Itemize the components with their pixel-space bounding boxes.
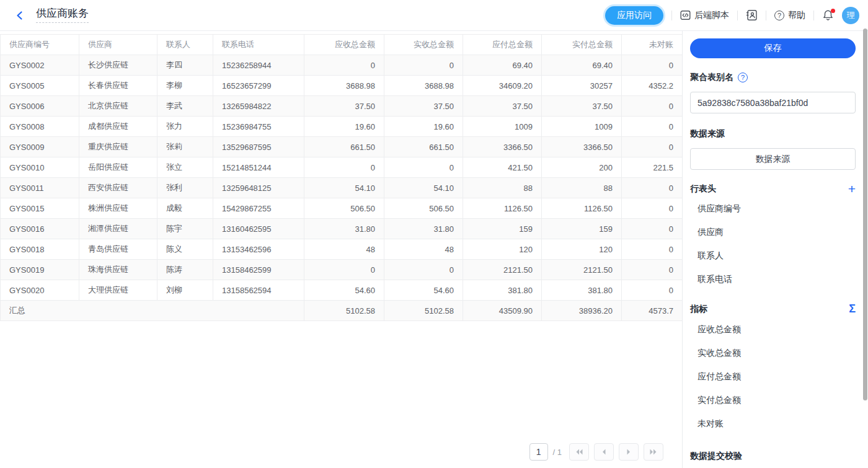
- address-book-icon: [746, 9, 758, 21]
- table-cell: GYS0020: [1, 280, 79, 301]
- metric-item[interactable]: 实付总金额: [690, 389, 856, 412]
- save-button[interactable]: 保存: [690, 38, 856, 58]
- app-access-button[interactable]: 应用访问: [605, 6, 663, 25]
- double-chevron-right-icon: [649, 448, 658, 456]
- table-row: GYS0020大理供应链刘柳1315856259454.6054.60381.8…: [1, 280, 683, 301]
- table-cell: 13153462596: [213, 239, 304, 260]
- next-page-button[interactable]: [619, 443, 639, 461]
- notification-button[interactable]: [822, 9, 834, 21]
- column-header: 未对账: [622, 35, 683, 55]
- avatar[interactable]: 理: [842, 7, 859, 24]
- table-cell: 506.50: [384, 198, 463, 219]
- table-cell: 刘柳: [157, 280, 213, 301]
- alias-help-icon[interactable]: ?: [738, 73, 748, 82]
- summary-value-cell: 43509.90: [463, 301, 542, 321]
- table-cell: 0: [622, 117, 683, 137]
- table-cell: 成毅: [157, 198, 213, 219]
- table-cell: 4352.2: [622, 76, 683, 96]
- table-cell: 长春供应链: [79, 76, 157, 96]
- column-header: 联系人: [157, 35, 213, 55]
- back-button[interactable]: [11, 7, 29, 24]
- table-row: GYS0019珠海供应链陈涛13158462599002121.502121.5…: [1, 260, 683, 280]
- table-cell: 48: [304, 239, 384, 260]
- first-page-button[interactable]: [569, 443, 589, 461]
- code-icon: [680, 10, 691, 20]
- datasource-button[interactable]: 数据来源: [690, 148, 856, 170]
- table-cell: GYS0008: [1, 117, 79, 137]
- add-row-header-icon[interactable]: +: [848, 183, 856, 195]
- row-header-item[interactable]: 联系人: [690, 244, 856, 268]
- table-cell: 张利: [157, 178, 213, 198]
- table-cell: 661.50: [304, 137, 384, 157]
- backend-script-button[interactable]: 后端脚本: [680, 10, 729, 21]
- table-cell: GYS0015: [1, 198, 79, 219]
- contacts-button[interactable]: [746, 9, 758, 21]
- metric-item[interactable]: 应收总金额: [690, 318, 856, 342]
- table-cell: 0: [622, 198, 683, 219]
- table-cell: 北京供应链: [79, 96, 157, 117]
- last-page-button[interactable]: [644, 443, 663, 461]
- table-cell: 120: [542, 239, 622, 260]
- scrollbar-thumb[interactable]: [863, 29, 867, 400]
- row-header-item[interactable]: 联系电话: [690, 268, 856, 291]
- table-cell: 19.60: [384, 117, 463, 137]
- table-cell: GYS0005: [1, 76, 79, 96]
- table-cell: 李四: [157, 55, 213, 76]
- table-cell: GYS0010: [1, 157, 79, 178]
- metric-item[interactable]: 应付总金额: [690, 365, 856, 389]
- table-body: GYS0002长沙供应链李四152362589440069.4069.400GY…: [1, 55, 683, 301]
- summary-value-cell: 38936.20: [542, 301, 622, 321]
- table-cell: 0: [304, 55, 384, 76]
- table-cell: 大理供应链: [79, 280, 157, 301]
- table-cell: 青岛供应链: [79, 239, 157, 260]
- previous-page-button[interactable]: [594, 443, 614, 461]
- table-cell: 120: [463, 239, 542, 260]
- table-cell: 3688.98: [304, 76, 384, 96]
- table-cell: 0: [304, 157, 384, 178]
- table-row: GYS0018青岛供应链陈义1315346259648481201200: [1, 239, 683, 260]
- table-summary: 汇总5102.585102.5843509.9038936.204573.7: [1, 301, 683, 321]
- table-cell: 湘潭供应链: [79, 219, 157, 239]
- table-cell: GYS0011: [1, 178, 79, 198]
- table-cell: 19.60: [304, 117, 384, 137]
- table-cell: 3366.50: [463, 137, 542, 157]
- table-cell: 张力: [157, 117, 213, 137]
- current-page-box[interactable]: 1: [529, 443, 548, 461]
- page-title[interactable]: 供应商账务: [36, 7, 89, 23]
- table-row: GYS0010岳阳供应链张立1521485124400421.50200221.…: [1, 157, 683, 178]
- table-cell: 37.50: [542, 96, 622, 117]
- table-cell: 13158562594: [213, 280, 304, 301]
- table-cell: 159: [463, 219, 542, 239]
- table-cell: 13265984822: [213, 96, 304, 117]
- help-button[interactable]: ? 帮助: [774, 10, 805, 21]
- summary-value-cell: 4573.7: [622, 301, 683, 321]
- table-cell: 岳阳供应链: [79, 157, 157, 178]
- table-cell: GYS0019: [1, 260, 79, 280]
- table-cell: GYS0002: [1, 55, 79, 76]
- metric-item[interactable]: 未对账: [690, 412, 856, 436]
- table-cell: 13259648125: [213, 178, 304, 198]
- table-cell: 30257: [542, 76, 622, 96]
- table-row: GYS0015株洲供应链成毅15429867255506.50506.50112…: [1, 198, 683, 219]
- table-cell: 37.50: [384, 96, 463, 117]
- divider: [766, 11, 766, 20]
- metric-item[interactable]: 实收总金额: [690, 342, 856, 365]
- table-cell: 0: [622, 55, 683, 76]
- notification-dot: [831, 9, 835, 13]
- table-cell: 661.50: [384, 137, 463, 157]
- summary-label-cell: 汇总: [1, 301, 304, 321]
- sigma-icon[interactable]: Σ: [849, 302, 856, 316]
- table-row: GYS0011西安供应链张利1325964812554.1054.1088880: [1, 178, 683, 198]
- alias-input[interactable]: [690, 92, 856, 113]
- row-header-item[interactable]: 供应商编号: [690, 197, 856, 221]
- datasource-label: 数据来源: [690, 128, 856, 139]
- table-cell: 陈义: [157, 239, 213, 260]
- metrics-list: 应收总金额实收总金额应付总金额实付总金额未对账: [690, 318, 856, 436]
- table-cell: 37.50: [463, 96, 542, 117]
- table-cell: 0: [384, 260, 463, 280]
- table-cell: 13158462599: [213, 260, 304, 280]
- row-header-item[interactable]: 供应商: [690, 221, 856, 244]
- row-header-label: 行表头: [690, 183, 716, 195]
- table-cell: 2121.50: [463, 260, 542, 280]
- summary-row: 汇总5102.585102.5843509.9038936.204573.7: [1, 301, 683, 321]
